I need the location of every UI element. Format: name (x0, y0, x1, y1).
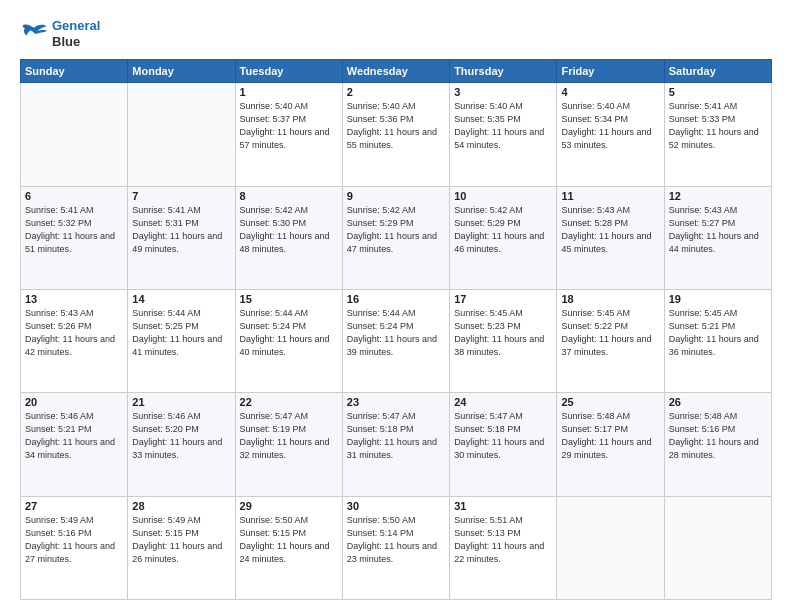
day-number: 9 (347, 190, 445, 202)
day-number: 21 (132, 396, 230, 408)
day-info: Sunrise: 5:44 AM Sunset: 5:24 PM Dayligh… (347, 307, 445, 359)
day-number: 22 (240, 396, 338, 408)
weekday-header: Tuesday (235, 60, 342, 83)
day-info: Sunrise: 5:42 AM Sunset: 5:29 PM Dayligh… (347, 204, 445, 256)
day-info: Sunrise: 5:40 AM Sunset: 5:34 PM Dayligh… (561, 100, 659, 152)
logo-icon (20, 23, 48, 45)
day-number: 27 (25, 500, 123, 512)
day-number: 12 (669, 190, 767, 202)
day-info: Sunrise: 5:45 AM Sunset: 5:22 PM Dayligh… (561, 307, 659, 359)
calendar-day-cell (664, 496, 771, 599)
calendar-day-cell: 3Sunrise: 5:40 AM Sunset: 5:35 PM Daylig… (450, 83, 557, 186)
day-number: 11 (561, 190, 659, 202)
calendar-day-cell: 12Sunrise: 5:43 AM Sunset: 5:27 PM Dayli… (664, 186, 771, 289)
day-number: 1 (240, 86, 338, 98)
logo: General Blue (20, 18, 100, 49)
day-number: 7 (132, 190, 230, 202)
day-number: 15 (240, 293, 338, 305)
day-info: Sunrise: 5:47 AM Sunset: 5:18 PM Dayligh… (347, 410, 445, 462)
day-info: Sunrise: 5:43 AM Sunset: 5:26 PM Dayligh… (25, 307, 123, 359)
calendar-day-cell: 27Sunrise: 5:49 AM Sunset: 5:16 PM Dayli… (21, 496, 128, 599)
day-info: Sunrise: 5:42 AM Sunset: 5:29 PM Dayligh… (454, 204, 552, 256)
calendar-day-cell: 1Sunrise: 5:40 AM Sunset: 5:37 PM Daylig… (235, 83, 342, 186)
calendar-day-cell: 10Sunrise: 5:42 AM Sunset: 5:29 PM Dayli… (450, 186, 557, 289)
calendar-day-cell: 11Sunrise: 5:43 AM Sunset: 5:28 PM Dayli… (557, 186, 664, 289)
calendar-day-cell: 24Sunrise: 5:47 AM Sunset: 5:18 PM Dayli… (450, 393, 557, 496)
calendar-day-cell: 14Sunrise: 5:44 AM Sunset: 5:25 PM Dayli… (128, 289, 235, 392)
day-info: Sunrise: 5:47 AM Sunset: 5:18 PM Dayligh… (454, 410, 552, 462)
day-info: Sunrise: 5:51 AM Sunset: 5:13 PM Dayligh… (454, 514, 552, 566)
day-info: Sunrise: 5:47 AM Sunset: 5:19 PM Dayligh… (240, 410, 338, 462)
calendar-week-row: 20Sunrise: 5:46 AM Sunset: 5:21 PM Dayli… (21, 393, 772, 496)
day-info: Sunrise: 5:50 AM Sunset: 5:15 PM Dayligh… (240, 514, 338, 566)
day-info: Sunrise: 5:45 AM Sunset: 5:23 PM Dayligh… (454, 307, 552, 359)
calendar-week-row: 27Sunrise: 5:49 AM Sunset: 5:16 PM Dayli… (21, 496, 772, 599)
calendar-day-cell: 13Sunrise: 5:43 AM Sunset: 5:26 PM Dayli… (21, 289, 128, 392)
calendar-table: SundayMondayTuesdayWednesdayThursdayFrid… (20, 59, 772, 600)
calendar-day-cell: 2Sunrise: 5:40 AM Sunset: 5:36 PM Daylig… (342, 83, 449, 186)
calendar-week-row: 6Sunrise: 5:41 AM Sunset: 5:32 PM Daylig… (21, 186, 772, 289)
day-info: Sunrise: 5:48 AM Sunset: 5:16 PM Dayligh… (669, 410, 767, 462)
day-info: Sunrise: 5:49 AM Sunset: 5:16 PM Dayligh… (25, 514, 123, 566)
calendar-day-cell: 18Sunrise: 5:45 AM Sunset: 5:22 PM Dayli… (557, 289, 664, 392)
calendar-day-cell: 4Sunrise: 5:40 AM Sunset: 5:34 PM Daylig… (557, 83, 664, 186)
day-number: 31 (454, 500, 552, 512)
day-number: 26 (669, 396, 767, 408)
day-number: 28 (132, 500, 230, 512)
day-info: Sunrise: 5:43 AM Sunset: 5:27 PM Dayligh… (669, 204, 767, 256)
day-info: Sunrise: 5:44 AM Sunset: 5:24 PM Dayligh… (240, 307, 338, 359)
calendar-day-cell: 16Sunrise: 5:44 AM Sunset: 5:24 PM Dayli… (342, 289, 449, 392)
calendar-day-cell: 29Sunrise: 5:50 AM Sunset: 5:15 PM Dayli… (235, 496, 342, 599)
calendar-day-cell: 15Sunrise: 5:44 AM Sunset: 5:24 PM Dayli… (235, 289, 342, 392)
calendar-day-cell: 22Sunrise: 5:47 AM Sunset: 5:19 PM Dayli… (235, 393, 342, 496)
calendar-day-cell (557, 496, 664, 599)
day-number: 17 (454, 293, 552, 305)
day-info: Sunrise: 5:41 AM Sunset: 5:32 PM Dayligh… (25, 204, 123, 256)
calendar-week-row: 1Sunrise: 5:40 AM Sunset: 5:37 PM Daylig… (21, 83, 772, 186)
day-number: 29 (240, 500, 338, 512)
day-info: Sunrise: 5:41 AM Sunset: 5:31 PM Dayligh… (132, 204, 230, 256)
day-number: 24 (454, 396, 552, 408)
calendar-day-cell: 31Sunrise: 5:51 AM Sunset: 5:13 PM Dayli… (450, 496, 557, 599)
day-number: 5 (669, 86, 767, 98)
day-number: 14 (132, 293, 230, 305)
day-number: 8 (240, 190, 338, 202)
calendar-day-cell: 9Sunrise: 5:42 AM Sunset: 5:29 PM Daylig… (342, 186, 449, 289)
day-info: Sunrise: 5:40 AM Sunset: 5:36 PM Dayligh… (347, 100, 445, 152)
day-number: 4 (561, 86, 659, 98)
calendar-day-cell: 28Sunrise: 5:49 AM Sunset: 5:15 PM Dayli… (128, 496, 235, 599)
day-info: Sunrise: 5:46 AM Sunset: 5:21 PM Dayligh… (25, 410, 123, 462)
day-info: Sunrise: 5:46 AM Sunset: 5:20 PM Dayligh… (132, 410, 230, 462)
day-number: 3 (454, 86, 552, 98)
weekday-header: Saturday (664, 60, 771, 83)
calendar-day-cell: 20Sunrise: 5:46 AM Sunset: 5:21 PM Dayli… (21, 393, 128, 496)
calendar-day-cell: 23Sunrise: 5:47 AM Sunset: 5:18 PM Dayli… (342, 393, 449, 496)
day-number: 20 (25, 396, 123, 408)
calendar-header-row: SundayMondayTuesdayWednesdayThursdayFrid… (21, 60, 772, 83)
day-info: Sunrise: 5:41 AM Sunset: 5:33 PM Dayligh… (669, 100, 767, 152)
logo-text: General Blue (52, 18, 100, 49)
day-info: Sunrise: 5:45 AM Sunset: 5:21 PM Dayligh… (669, 307, 767, 359)
day-number: 25 (561, 396, 659, 408)
day-number: 23 (347, 396, 445, 408)
day-info: Sunrise: 5:44 AM Sunset: 5:25 PM Dayligh… (132, 307, 230, 359)
calendar-day-cell: 7Sunrise: 5:41 AM Sunset: 5:31 PM Daylig… (128, 186, 235, 289)
day-number: 19 (669, 293, 767, 305)
calendar-day-cell: 25Sunrise: 5:48 AM Sunset: 5:17 PM Dayli… (557, 393, 664, 496)
day-info: Sunrise: 5:50 AM Sunset: 5:14 PM Dayligh… (347, 514, 445, 566)
calendar-day-cell: 26Sunrise: 5:48 AM Sunset: 5:16 PM Dayli… (664, 393, 771, 496)
weekday-header: Monday (128, 60, 235, 83)
weekday-header: Friday (557, 60, 664, 83)
weekday-header: Sunday (21, 60, 128, 83)
day-number: 6 (25, 190, 123, 202)
day-number: 2 (347, 86, 445, 98)
day-number: 30 (347, 500, 445, 512)
calendar-day-cell (128, 83, 235, 186)
page-header: General Blue (20, 18, 772, 49)
calendar-day-cell: 17Sunrise: 5:45 AM Sunset: 5:23 PM Dayli… (450, 289, 557, 392)
day-info: Sunrise: 5:42 AM Sunset: 5:30 PM Dayligh… (240, 204, 338, 256)
weekday-header: Thursday (450, 60, 557, 83)
calendar-day-cell: 30Sunrise: 5:50 AM Sunset: 5:14 PM Dayli… (342, 496, 449, 599)
day-info: Sunrise: 5:40 AM Sunset: 5:37 PM Dayligh… (240, 100, 338, 152)
weekday-header: Wednesday (342, 60, 449, 83)
